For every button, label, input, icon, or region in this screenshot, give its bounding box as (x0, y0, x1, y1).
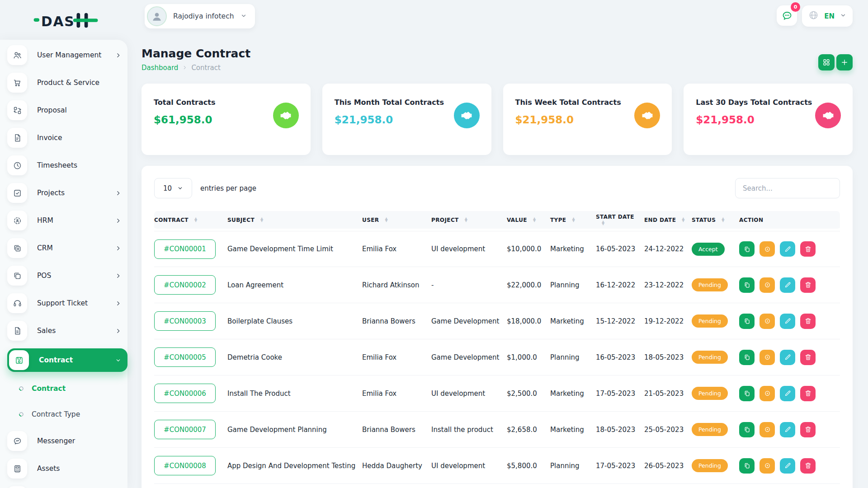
sidebar-item-partial[interactable] (7, 486, 127, 488)
sort-icon: ▲▼ (465, 218, 468, 222)
page-title: Manage Contract (142, 47, 250, 60)
col-project[interactable]: PROJECT▲▼ (431, 211, 507, 231)
chevron-down-icon (177, 185, 183, 191)
contract-number-button[interactable]: #CON00008 (154, 456, 216, 475)
stat-card-total: Total Contracts $61,958.0 (142, 84, 311, 155)
view-button[interactable] (760, 241, 775, 257)
edit-button[interactable] (780, 314, 795, 329)
col-start-date[interactable]: START DATE▲▼ (596, 211, 644, 231)
stat-cards: Total Contracts $61,958.0 This Month Tot… (142, 84, 853, 155)
add-contract-button[interactable] (836, 54, 853, 70)
sidebar-item-user-management[interactable]: User Management (7, 45, 127, 65)
view-button[interactable] (760, 314, 775, 329)
view-button[interactable] (760, 458, 775, 474)
handshake-icon (634, 103, 660, 128)
company-name: Rajodiya infotech (173, 12, 234, 20)
sidebar-item-pos[interactable]: POS (7, 266, 127, 286)
contract-number-button[interactable]: #CON00003 (154, 311, 216, 331)
cell-subject: Game Development Planning (227, 412, 362, 448)
cell-user: Hedda Daugherty (362, 448, 431, 484)
sidebar-item-assets[interactable]: Assets (7, 459, 127, 479)
pencil-icon (784, 426, 792, 433)
logo-letters: DAS (41, 14, 75, 29)
contracts-table-card: 10 entries per page CONTRACT▲▼ SUBJECT▲▼… (142, 166, 853, 488)
cell-type: Marketing (550, 231, 596, 267)
col-status[interactable]: STATUS▲▼ (692, 211, 739, 231)
sidebar-item-hrm[interactable]: HRM (7, 211, 127, 230)
duplicate-button[interactable] (739, 241, 755, 257)
edit-button[interactable] (780, 386, 795, 401)
table-row: #CON00005 Demetria Cooke Emilia Fox Game… (154, 339, 840, 375)
col-user[interactable]: USER▲▼ (362, 211, 431, 231)
cell-type: Planning (550, 448, 596, 484)
chevron-right-icon (115, 218, 121, 224)
sidebar-item-crm[interactable]: CRM (7, 238, 127, 258)
language-dropdown[interactable]: EN (802, 5, 853, 27)
col-subject[interactable]: SUBJECT▲▼ (227, 211, 362, 231)
cart-icon (7, 73, 27, 93)
delete-button[interactable] (800, 350, 816, 365)
cell-subject: App Design And Development Testing (227, 448, 362, 484)
search-input[interactable] (735, 178, 840, 198)
edit-button[interactable] (780, 458, 795, 474)
delete-button[interactable] (800, 386, 816, 401)
duplicate-button[interactable] (739, 458, 755, 474)
duplicate-button[interactable] (739, 386, 755, 401)
company-dropdown[interactable]: Rajodiya infotech (145, 4, 255, 28)
entries-per-page-select[interactable]: 10 (154, 178, 192, 198)
sidebar-item-messenger[interactable]: Messenger (7, 431, 127, 451)
sidebar-item-support-ticket[interactable]: Support Ticket (7, 293, 127, 313)
delete-button[interactable] (800, 458, 816, 474)
duplicate-button[interactable] (739, 422, 755, 437)
pencil-icon (784, 245, 792, 253)
edit-button[interactable] (780, 241, 795, 257)
contract-number-button[interactable]: #CON00006 (154, 384, 216, 403)
logo-dot (34, 18, 39, 22)
col-type[interactable]: TYPE▲▼ (550, 211, 596, 231)
duplicate-button[interactable] (739, 277, 755, 293)
cell-end-date: 24-12-2022 (644, 231, 692, 267)
sidebar-item-product-service[interactable]: Product & Service (7, 73, 127, 93)
sidebar-subitem-contract-type[interactable]: Contract Type (7, 405, 127, 423)
grid-view-button[interactable] (818, 54, 835, 70)
view-button[interactable] (760, 386, 775, 401)
edit-button[interactable] (780, 422, 795, 437)
breadcrumb-dashboard-link[interactable]: Dashboard (142, 64, 178, 72)
chevron-down-icon (241, 12, 247, 21)
contract-number-button[interactable]: #CON00001 (154, 239, 216, 259)
globe-icon (808, 10, 819, 22)
sidebar-subitem-contract[interactable]: Contract (7, 380, 127, 398)
sidebar-item-invoice[interactable]: Invoice (7, 128, 127, 148)
pencil-icon (784, 353, 792, 361)
duplicate-button[interactable] (739, 314, 755, 329)
contract-number-button[interactable]: #CON00005 (154, 347, 216, 367)
view-button[interactable] (760, 422, 775, 437)
chat-button[interactable]: 0 (777, 5, 797, 26)
sidebar-item-projects[interactable]: Projects (7, 183, 127, 203)
cell-type: Marketing (550, 375, 596, 412)
delete-button[interactable] (800, 422, 816, 437)
view-button[interactable] (760, 277, 775, 293)
duplicate-button[interactable] (739, 350, 755, 365)
col-end-date[interactable]: END DATE▲▼ (644, 211, 692, 231)
view-button[interactable] (760, 350, 775, 365)
cell-type: Marketing (550, 303, 596, 339)
sidebar-item-sales[interactable]: Sales (7, 321, 127, 341)
cell-user: Emilia Fox (362, 231, 431, 267)
contract-number-button[interactable]: #CON00007 (154, 420, 216, 439)
sidebar-item-contract[interactable]: Contract (7, 348, 127, 372)
delete-button[interactable] (800, 241, 816, 257)
col-contract[interactable]: CONTRACT▲▼ (154, 211, 227, 231)
contract-number-button[interactable]: #CON00002 (154, 275, 216, 295)
sidebar-item-proposal[interactable]: Proposal (7, 100, 127, 120)
cell-subject: Boilerplate Clauses (227, 303, 362, 339)
delete-button[interactable] (800, 277, 816, 293)
edit-button[interactable] (780, 350, 795, 365)
cell-subject: Demetria Cooke (227, 339, 362, 375)
eye-icon (764, 281, 771, 289)
col-value[interactable]: VALUE▲▼ (507, 211, 550, 231)
cell-type: Marketing (550, 412, 596, 448)
delete-button[interactable] (800, 314, 816, 329)
sidebar-item-timesheets[interactable]: Timesheets (7, 155, 127, 175)
edit-button[interactable] (780, 277, 795, 293)
